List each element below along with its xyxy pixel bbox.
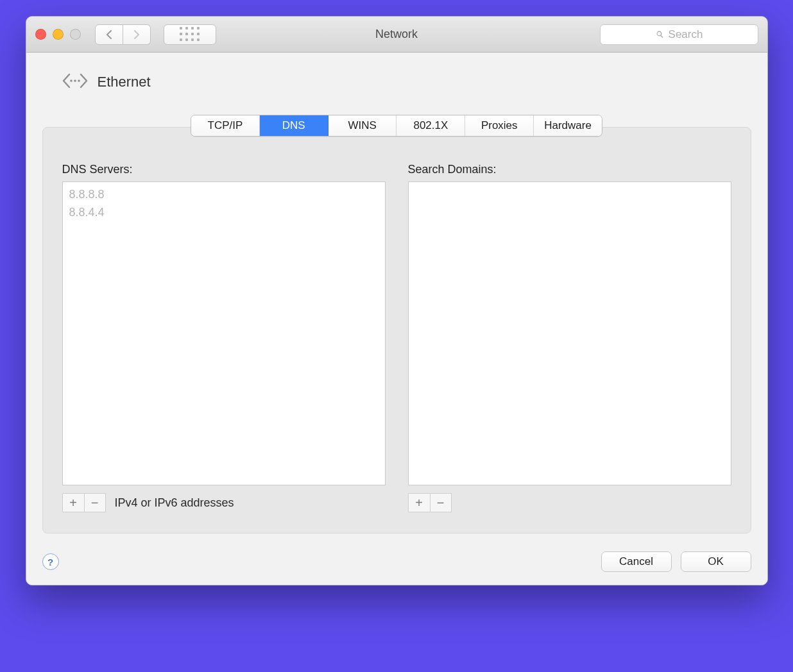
dns-server-entry[interactable]: 8.8.4.4: [69, 204, 379, 222]
forward-button[interactable]: [123, 24, 151, 45]
dns-servers-label: DNS Servers:: [62, 163, 386, 176]
search-domains-pm: + −: [408, 493, 452, 512]
tab-wins[interactable]: WINS: [328, 115, 397, 136]
back-button[interactable]: [95, 24, 123, 45]
search-icon: [655, 29, 665, 39]
titlebar: Network Search: [26, 17, 767, 53]
tab-proxies[interactable]: Proxies: [465, 115, 534, 136]
close-window-button[interactable]: [35, 29, 46, 40]
preferences-window: Network Search Ethernet TCP/IPDNSWINS802…: [26, 16, 768, 585]
search-placeholder: Search: [669, 28, 703, 41]
cancel-button[interactable]: Cancel: [601, 551, 672, 572]
help-button[interactable]: ?: [42, 553, 59, 570]
tab-tcpip[interactable]: TCP/IP: [191, 115, 260, 136]
dns-servers-pm: + −: [62, 493, 106, 512]
minimize-window-button[interactable]: [53, 29, 64, 40]
dns-server-entry[interactable]: 8.8.8.8: [69, 186, 379, 204]
remove-search-domain-button[interactable]: −: [430, 493, 452, 512]
ok-button[interactable]: OK: [681, 551, 751, 572]
remove-dns-server-button[interactable]: −: [84, 493, 106, 512]
tab-8021x[interactable]: 802.1X: [396, 115, 465, 136]
search-field[interactable]: Search: [600, 24, 758, 45]
tab-hardware[interactable]: Hardware: [534, 115, 602, 136]
sheet-body: Ethernet TCP/IPDNSWINS802.1XProxiesHardw…: [26, 53, 767, 585]
add-search-domain-button[interactable]: +: [408, 493, 430, 512]
svg-point-2: [78, 80, 80, 82]
dns-servers-list[interactable]: 8.8.8.88.8.4.4: [62, 181, 386, 485]
tab-dns[interactable]: DNS: [260, 115, 328, 136]
svg-point-1: [74, 80, 76, 82]
svg-point-0: [70, 80, 72, 82]
dns-hint: IPv4 or IPv6 addresses: [115, 496, 234, 510]
settings-tabs: TCP/IPDNSWINS802.1XProxiesHardware: [191, 115, 602, 137]
search-domains-list[interactable]: [408, 181, 731, 485]
dns-panel: DNS Servers: 8.8.8.88.8.4.4 + − IPv4 or …: [42, 127, 751, 533]
dns-servers-column: DNS Servers: 8.8.8.88.8.4.4 + − IPv4 or …: [62, 163, 386, 514]
nav-back-forward: [95, 24, 151, 45]
ethernet-icon: [62, 72, 89, 92]
zoom-window-button[interactable]: [70, 29, 81, 40]
add-dns-server-button[interactable]: +: [62, 493, 84, 512]
search-domains-label: Search Domains:: [408, 163, 731, 176]
window-controls: [35, 29, 81, 40]
show-all-button[interactable]: [164, 24, 216, 45]
sheet-footer: ? Cancel OK: [42, 551, 751, 572]
interface-name: Ethernet: [98, 74, 151, 90]
search-domains-column: Search Domains: + −: [408, 163, 731, 514]
grid-icon: [180, 27, 200, 42]
interface-header: Ethernet: [62, 72, 751, 92]
